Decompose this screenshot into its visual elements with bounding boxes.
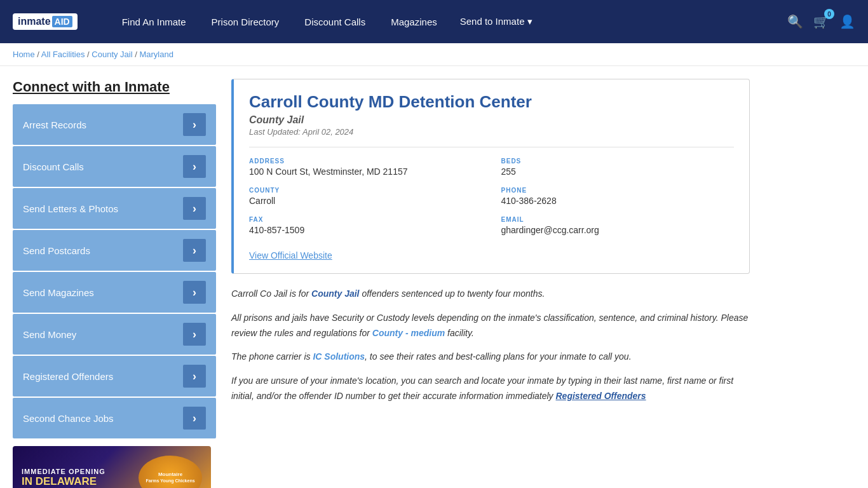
sidebar-item-second-chance-jobs[interactable]: Second Chance Jobs › [13, 398, 216, 438]
arrow-icon: › [183, 113, 206, 136]
sidebar-item-arrest-records[interactable]: Arrest Records › [13, 104, 216, 145]
sidebar-item-send-money[interactable]: Send Money › [13, 314, 216, 355]
arrow-icon: › [183, 323, 206, 346]
info-email: EMAIL ghardinger@ccg.carr.org [501, 216, 735, 235]
facility-info-grid: ADDRESS 100 N Court St, Westminster, MD … [249, 147, 734, 261]
arrow-icon: › [183, 407, 206, 430]
facility-card: Carroll County MD Detention Center Count… [231, 79, 750, 274]
breadcrumb-maryland[interactable]: Maryland [139, 50, 173, 59]
nav-send-inmate[interactable]: Send to Inmate ▾ [450, 0, 543, 43]
desc-para3: The phone carrier is IC Solutions, to se… [231, 349, 750, 365]
nav-prison-directory[interactable]: Prison Directory [199, 0, 292, 43]
view-website-link[interactable]: View Official Website [249, 250, 332, 261]
desc-para2: All prisons and jails have Security or C… [231, 311, 750, 341]
ad-text: IMMEDIATE OPENING IN DELAWARE [22, 468, 105, 488]
header: inmate AID Find An Inmate Prison Directo… [0, 0, 868, 43]
arrow-icon: › [183, 155, 206, 178]
breadcrumb-home[interactable]: Home [13, 50, 35, 59]
facility-type: County Jail [249, 114, 734, 126]
info-phone: PHONE 410-386-2628 [501, 187, 735, 206]
arrow-icon: › [183, 365, 206, 388]
sidebar-title: Connect with an Inmate [13, 79, 216, 95]
cart-badge: 0 [824, 9, 834, 19]
ad-banner[interactable]: IMMEDIATE OPENING IN DELAWARE MountaireF… [13, 446, 211, 488]
desc-para1: Carroll Co Jail is for County Jail offen… [231, 287, 750, 302]
sidebar-item-send-postcards[interactable]: Send Postcards › [13, 230, 216, 271]
nav-find-inmate[interactable]: Find An Inmate [109, 0, 199, 43]
facility-description: Carroll Co Jail is for County Jail offen… [231, 287, 750, 404]
breadcrumb-county-jail[interactable]: County Jail [92, 50, 132, 59]
info-address: ADDRESS 100 N Court St, Westminster, MD … [249, 158, 482, 177]
cart-icon[interactable]: 🛒 0 [813, 14, 829, 29]
desc-para4: If you are unsure of your inmate's locat… [231, 374, 750, 404]
breadcrumb: Home / All Facilities / County Jail / Ma… [0, 43, 868, 66]
sidebar-item-registered-offenders[interactable]: Registered Offenders › [13, 356, 216, 396]
sidebar: Connect with an Inmate Arrest Records › … [13, 79, 216, 488]
arrow-icon: › [183, 197, 206, 220]
arrow-icon: › [183, 239, 206, 262]
breadcrumb-all-facilities[interactable]: All Facilities [41, 50, 85, 59]
sidebar-menu: Arrest Records › Discount Calls › Send L… [13, 104, 216, 438]
facility-content: Carroll County MD Detention Center Count… [216, 79, 750, 488]
nav-discount-calls[interactable]: Discount Calls [292, 0, 378, 43]
logo[interactable]: inmate AID [13, 13, 78, 30]
ic-solutions-link[interactable]: IC Solutions [313, 351, 365, 362]
info-county: COUNTY Carroll [249, 187, 482, 206]
info-beds: BEDS 255 [501, 158, 735, 177]
main-content: Connect with an Inmate Arrest Records › … [0, 66, 763, 488]
user-icon[interactable]: 👤 [839, 14, 855, 29]
sidebar-item-send-magazines[interactable]: Send Magazines › [13, 272, 216, 313]
sidebar-item-discount-calls[interactable]: Discount Calls › [13, 146, 216, 187]
nav-magazines[interactable]: Magazines [378, 0, 450, 43]
main-nav: Find An Inmate Prison Directory Discount… [109, 0, 768, 43]
info-fax: FAX 410-857-1509 [249, 216, 482, 235]
county-medium-link[interactable]: County - medium [372, 328, 445, 338]
facility-updated: Last Updated: April 02, 2024 [249, 127, 734, 137]
ad-logo: MountaireFarms Young Chickens [139, 456, 202, 488]
arrow-icon: › [183, 281, 206, 304]
search-icon[interactable]: 🔍 [787, 14, 803, 29]
header-icons: 🔍 🛒 0 👤 [787, 14, 855, 29]
facility-name: Carroll County MD Detention Center [249, 92, 734, 112]
registered-offenders-link[interactable]: Registered Offenders [555, 391, 646, 401]
sidebar-item-send-letters[interactable]: Send Letters & Photos › [13, 188, 216, 229]
